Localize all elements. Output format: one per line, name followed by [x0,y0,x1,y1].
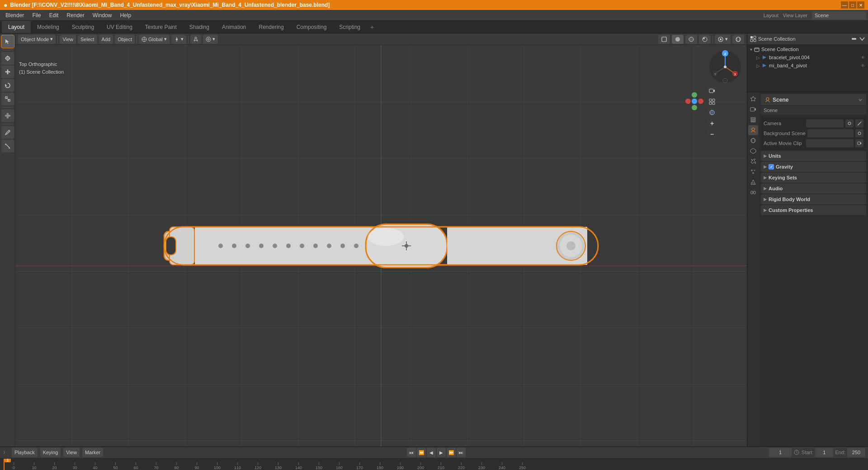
tab-modeling[interactable]: Modeling [31,21,66,33]
menu-render[interactable]: Render [63,11,88,19]
tab-texture-paint[interactable]: Texture Paint [139,21,183,33]
props-constraints-icon[interactable] [748,188,758,197]
rigid-header[interactable]: ▶ Rigid Body World [761,194,866,204]
title-bar-controls[interactable]: — □ ✕ [841,1,864,9]
props-scene-icon[interactable] [748,125,758,135]
movie-clip-icon[interactable] [855,139,863,147]
viewport-object-menu[interactable]: Object [115,35,135,44]
camera-edit[interactable] [855,119,863,127]
timeline-controls: ⏮ ⏪ ◀ ▶ ⏩ ⏭ [407,448,466,457]
viewport-shading-solid[interactable] [672,35,684,44]
red-indicator-2 [698,99,703,104]
add-workspace-button[interactable]: + [367,22,377,33]
move-tool[interactable] [1,66,14,78]
viewport-shading-rendered[interactable] [699,35,711,44]
select-tool[interactable] [1,35,14,48]
camera-eyedropper[interactable] [845,119,854,127]
jump-end-btn[interactable]: ⏭ [457,448,466,457]
props-output-icon[interactable] [748,104,758,114]
view-menu[interactable]: View [63,448,80,457]
tab-sculpting[interactable]: Sculpting [66,21,100,33]
viewport[interactable]: Object Mode ▾ View Select Add Object Glo… [15,33,747,446]
zoom-out-btn[interactable]: − [707,129,717,139]
scene-selector[interactable]: Scene [812,11,866,19]
props-world-icon[interactable] [748,136,758,146]
grid-view-btn[interactable] [707,97,717,107]
props-render-icon[interactable] [748,94,758,104]
tab-compositing[interactable]: Compositing [290,21,333,33]
camera-value[interactable] [806,119,844,127]
menu-window[interactable]: Window [89,11,116,19]
object-mode-selector[interactable]: Object Mode ▾ [18,35,56,44]
keying-header[interactable]: ▶ Keying Sets [761,173,866,183]
units-header[interactable]: ▶ Units [761,151,866,161]
movie-clip-value[interactable] [806,139,854,147]
tab-rendering[interactable]: Rendering [252,21,290,33]
zoom-in-btn[interactable]: + [707,118,717,128]
rotate-tool[interactable] [1,79,14,92]
xray-toggle[interactable] [732,35,744,44]
jump-start-btn[interactable]: ⏮ [407,448,416,457]
end-frame-input[interactable]: 250 [847,448,865,457]
outliner-miband[interactable]: ▷ mi_band_4_pivot 👁 [749,61,866,70]
timeline-ruler[interactable]: 1 0 10 20 30 40 50 60 70 80 90 100 110 1… [0,459,868,470]
scale-tool[interactable] [1,93,14,105]
props-modifier-icon[interactable] [748,156,758,166]
tab-uv-editing[interactable]: UV Editing [100,21,139,33]
nav-gizmo[interactable]: Z X Y [707,49,743,85]
props-physics-icon[interactable] [748,177,758,187]
props-particles-icon[interactable] [748,167,758,177]
menu-edit[interactable]: Edit [46,11,62,19]
custom-header[interactable]: ▶ Custom Properties [761,205,866,215]
rendered-view-btn[interactable] [707,108,717,118]
svg-point-69 [723,78,727,83]
current-frame-input[interactable]: 1 [769,448,792,457]
cursor-tool[interactable] [1,52,14,65]
audio-header[interactable]: ▶ Audio [761,183,866,193]
viewport-add-menu[interactable]: Add [99,35,113,44]
viewport-view-menu[interactable]: View [60,35,76,44]
close-button[interactable]: ✕ [857,1,864,9]
props-view-layer-icon[interactable] [748,115,758,125]
marker-menu[interactable]: Marker [82,448,103,457]
viewport-canvas[interactable]: Top Orthographic (1) Scene Collection Z [15,45,747,446]
tab-scripting[interactable]: Scripting [333,21,367,33]
transform-tool[interactable] [1,109,14,122]
outliner-bracelet[interactable]: ▷ bracelet_pivot.004 👁 [749,53,866,61]
bg-scene-value[interactable] [807,129,854,137]
transform-orientation[interactable]: Global ▾ [139,35,170,44]
menu-help[interactable]: Help [116,11,135,19]
keying-menu[interactable]: Keying [40,448,61,457]
menu-file[interactable]: File [28,11,44,19]
timeline-expand[interactable] [3,448,9,457]
next-keyframe-btn[interactable]: ⏩ [447,448,456,457]
viewport-select-menu[interactable]: Select [78,35,97,44]
playback-menu[interactable]: Playback [12,448,38,457]
viewport-shading-wire[interactable] [658,35,670,44]
camera-view-btn[interactable] [707,86,717,96]
start-frame-input[interactable]: 1 [815,448,833,457]
prev-keyframe-btn[interactable]: ⏪ [417,448,426,457]
maximize-button[interactable]: □ [849,1,856,9]
measure-tool[interactable] [1,140,14,152]
annotate-tool[interactable] [1,126,14,139]
gravity-checkbox[interactable]: ✓ [769,164,774,169]
menu-blender[interactable]: Blender [2,11,28,19]
minimize-button[interactable]: — [841,1,848,9]
snap-toggle[interactable] [190,35,201,44]
tab-layout[interactable]: Layout [2,21,31,33]
props-object-icon[interactable] [748,146,758,156]
tab-shading[interactable]: Shading [183,21,216,33]
bracelet-vis-icon[interactable]: 👁 [861,55,865,60]
play-btn[interactable]: ▶ [437,448,446,457]
gravity-header[interactable]: ▶ ✓ Gravity [761,162,866,172]
tab-animation[interactable]: Animation [216,21,252,33]
overlay-toggle[interactable]: ▾ [715,35,731,44]
proportional-edit[interactable]: ▾ [203,35,218,44]
miband-vis-icon[interactable]: 👁 [861,63,865,68]
play-reverse-btn[interactable]: ◀ [427,448,436,457]
pivot-point[interactable]: ▾ [171,35,186,44]
viewport-shading-material[interactable] [685,35,697,44]
outliner-scene-collection[interactable]: ▾ Scene Collection [749,45,866,53]
bg-scene-icon[interactable] [855,129,863,137]
